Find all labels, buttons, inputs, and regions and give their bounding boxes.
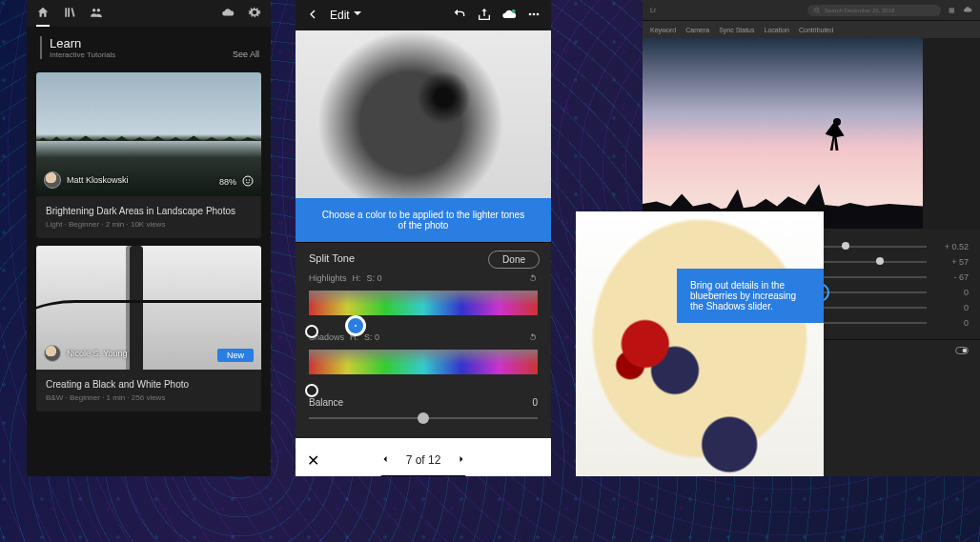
step-next[interactable] — [456, 453, 467, 468]
main-photo-area — [643, 38, 980, 229]
slider-value: 0 — [936, 318, 969, 328]
balance-label: Balance — [309, 397, 343, 408]
card-title: Creating a Black and White Photo — [36, 370, 261, 393]
balance-value: 0 — [532, 397, 538, 408]
filter-chips: Keyword Camera Sync Status Location Cont… — [643, 21, 980, 38]
toggle-icon[interactable] — [955, 346, 969, 357]
author-badge: Nicole S. Young — [44, 345, 128, 362]
close-icon[interactable]: ✕ — [307, 452, 319, 470]
svg-point-3 — [512, 10, 516, 13]
chip[interactable]: Keyword — [650, 27, 676, 33]
avatar — [44, 345, 61, 362]
chip[interactable]: Contributed — [799, 27, 833, 33]
picker-origin[interactable] — [305, 384, 318, 397]
slider-value: + 57 — [936, 257, 969, 267]
title-bar: Lr Search December 25, 2018 ▦ — [643, 0, 980, 21]
edited-photo — [643, 38, 923, 229]
step-count: 7 of 12 — [406, 453, 441, 467]
svg-point-6 — [537, 13, 540, 16]
svg-point-9 — [963, 349, 968, 353]
sat-readout: S: 0 — [367, 273, 382, 285]
chevron-down-icon — [354, 11, 361, 19]
author-name: Nicole S. Young — [67, 349, 128, 358]
highlights-hue-picker[interactable] — [309, 291, 538, 315]
cloud-icon[interactable] — [221, 6, 235, 21]
tutorial-card[interactable]: Nicole S. Young New Creating a Black and… — [36, 246, 261, 412]
slider-knob[interactable] — [876, 257, 884, 265]
see-all-link[interactable]: See All — [233, 50, 259, 59]
split-tone-panel: Edit Choose a color to be applied to the… — [296, 0, 551, 476]
people-icon[interactable] — [90, 6, 103, 21]
cloud-icon[interactable] — [963, 5, 972, 15]
learn-panel: Learn Interactive Tutorials See All Matt… — [27, 0, 271, 476]
svg-point-0 — [243, 176, 253, 186]
share-icon[interactable] — [477, 7, 492, 24]
back-icon[interactable] — [305, 7, 320, 24]
search-input[interactable]: Search December 25, 2018 — [807, 5, 941, 16]
slider-value: 0 — [936, 303, 969, 312]
highlights-label: Highlights — [309, 273, 347, 285]
slider-value: + 0.52 — [936, 242, 969, 251]
tutorial-stepper: ✕ 7 of 12 — [296, 438, 551, 476]
h-abbrev: H: — [353, 273, 361, 285]
shadows-hue-picker[interactable] — [309, 350, 538, 374]
reset-icon[interactable] — [528, 273, 538, 285]
tutorial-tip: Bring out details in the blueberries by … — [677, 269, 824, 323]
more-icon[interactable] — [526, 7, 541, 24]
slider-knob[interactable] — [842, 242, 849, 250]
avatar — [44, 171, 61, 189]
search-placeholder: Search December 25, 2018 — [825, 8, 894, 13]
slider-value: - 67 — [936, 272, 969, 282]
new-badge: New — [217, 349, 254, 362]
learn-header: Learn Interactive Tutorials See All — [27, 27, 271, 65]
chip[interactable]: Sync Status — [719, 27, 754, 33]
card-meta: B&W · Beginner · 1 min · 256 views — [36, 393, 261, 412]
silhouette — [822, 118, 850, 156]
preview-image — [296, 30, 551, 198]
blueberry-panel: Bring out details in the blueberries by … — [576, 211, 824, 476]
progress-pct: 88% — [219, 177, 236, 187]
author-name: Matt Kloskowski — [67, 175, 129, 185]
food-photo — [576, 211, 824, 476]
svg-point-5 — [533, 13, 536, 16]
tutorial-tip: Choose a color to be applied to the ligh… — [296, 198, 551, 242]
author-badge: Matt Kloskowski — [44, 171, 129, 189]
section-title: Learn — [50, 36, 115, 50]
edit-toolbar: Edit — [296, 0, 551, 30]
home-icon[interactable] — [36, 6, 50, 27]
edit-mode-button[interactable]: Edit — [330, 9, 361, 22]
highlight-color-handle[interactable] — [345, 315, 366, 336]
svg-point-1 — [246, 179, 247, 180]
edit-label: Edit — [330, 9, 350, 22]
library-icon[interactable] — [63, 6, 76, 21]
card-meta: Light · Beginner · 2 min · 10K views — [36, 220, 261, 238]
chip[interactable]: Location — [765, 27, 789, 33]
svg-point-4 — [529, 13, 532, 16]
balance-slider[interactable] — [309, 417, 538, 419]
picker-origin[interactable] — [305, 325, 318, 338]
split-tone-section: Split Tone Done Highlights H: S: 0 Shado… — [296, 242, 551, 438]
card-thumb: Nicole S. Young New — [36, 246, 261, 370]
tutorial-card[interactable]: Matt Kloskowski 88% Brightening Dark Are… — [36, 72, 261, 238]
step-prev[interactable] — [379, 453, 391, 468]
nav-bar — [27, 0, 271, 27]
home-indicator — [380, 475, 466, 476]
reset-icon[interactable] — [528, 332, 538, 344]
svg-point-7 — [814, 8, 818, 11]
slider-value: 0 — [936, 288, 969, 297]
cloud-dot-icon[interactable] — [501, 7, 517, 24]
card-title: Brightening Dark Areas in Landscape Phot… — [36, 196, 261, 220]
panel-gutter — [923, 38, 980, 229]
section-subtitle: Interactive Tutorials — [50, 50, 115, 59]
gear-icon[interactable] — [248, 6, 261, 21]
grid-icon[interactable]: ▦ — [949, 7, 955, 14]
undo-icon[interactable] — [452, 7, 467, 24]
svg-point-2 — [249, 179, 250, 180]
chip[interactable]: Camera — [685, 27, 709, 33]
card-thumb: Matt Kloskowski 88% — [36, 72, 261, 196]
done-button[interactable]: Done — [488, 251, 540, 269]
smile-icon — [242, 175, 254, 189]
sat-readout: S: 0 — [364, 332, 379, 344]
